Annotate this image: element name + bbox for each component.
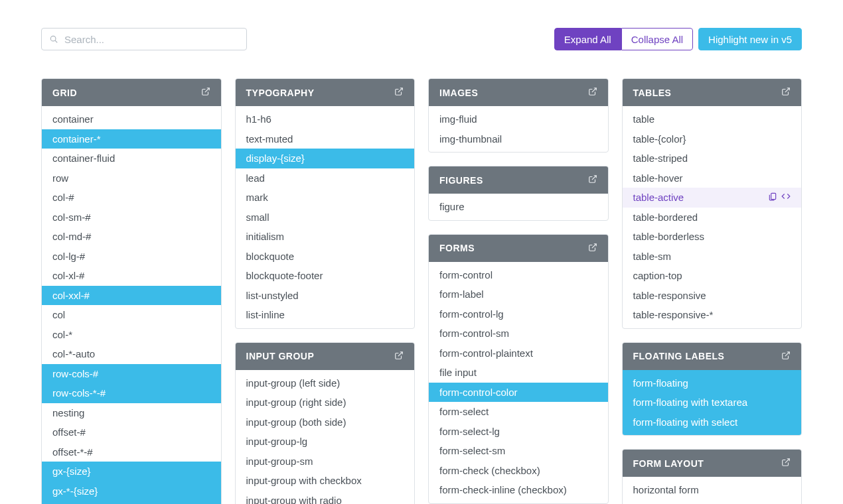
external-link-button[interactable]	[394, 351, 404, 362]
class-item[interactable]: input-group (both side)	[236, 412, 415, 432]
class-item[interactable]: blockquote-footer	[236, 266, 415, 286]
class-item[interactable]: list-inline	[236, 305, 415, 328]
class-item[interactable]: form-select-sm	[429, 441, 608, 461]
class-item[interactable]: gx-{size}	[42, 462, 221, 481]
class-item[interactable]: container-*	[42, 129, 221, 149]
external-link-button[interactable]	[781, 351, 791, 362]
external-link-button[interactable]	[394, 87, 404, 98]
class-item[interactable]: input-group (left side)	[236, 370, 415, 393]
card-header[interactable]: GRID	[42, 79, 221, 106]
card-header[interactable]: TYPOGRAPHY	[236, 79, 415, 106]
class-item[interactable]: container-fluid	[42, 149, 221, 168]
code-icon[interactable]	[781, 191, 791, 204]
class-item[interactable]: table-responsive	[623, 286, 802, 306]
class-item[interactable]: col	[42, 305, 221, 325]
class-item[interactable]: lead	[236, 168, 415, 188]
class-item[interactable]: table-bordered	[623, 208, 802, 227]
class-item-label: form-check-inline (checkbox)	[439, 483, 567, 497]
class-item[interactable]: initialism	[236, 227, 415, 247]
class-item[interactable]: table-active	[623, 188, 802, 208]
class-item[interactable]: small	[236, 208, 415, 227]
class-item[interactable]: input-group-sm	[236, 452, 415, 472]
class-list: input-group (left side)input-group (righ…	[236, 370, 415, 505]
class-item[interactable]: form-control	[429, 262, 608, 285]
class-item[interactable]: table-responsive-*	[623, 305, 802, 328]
class-item[interactable]: horizontal form	[623, 477, 802, 500]
class-item[interactable]: form-select-lg	[429, 422, 608, 442]
card-header[interactable]: TABLES	[623, 79, 802, 106]
card-header[interactable]: FORMS	[429, 235, 608, 262]
class-item[interactable]: table-{color}	[623, 129, 802, 149]
class-item[interactable]: input-group (right side)	[236, 393, 415, 412]
card-header[interactable]: INPUT GROUP	[236, 343, 415, 370]
class-item[interactable]: blockquote	[236, 247, 415, 267]
class-item[interactable]: form-label	[429, 284, 608, 304]
class-item[interactable]: col-xl-#	[42, 266, 221, 286]
class-item[interactable]: h1-h6	[236, 106, 415, 129]
class-item[interactable]: img-thumbnail	[429, 129, 608, 153]
copy-icon[interactable]	[768, 191, 777, 204]
class-item[interactable]: display-{size}	[236, 149, 415, 168]
expand-all-button[interactable]: Expand All	[554, 28, 621, 50]
class-item[interactable]: form-check (checkbox)	[429, 461, 608, 481]
external-link-button[interactable]	[781, 87, 791, 98]
class-item[interactable]: list-unstyled	[236, 286, 415, 306]
card-header[interactable]: IMAGES	[429, 79, 608, 106]
class-item[interactable]: img-fluid	[429, 106, 608, 129]
class-item-label: input-group-lg	[246, 435, 308, 448]
class-item[interactable]: form-control-color	[429, 383, 608, 403]
class-item[interactable]: figure	[429, 194, 608, 220]
collapse-all-button[interactable]: Collapse All	[621, 28, 693, 50]
external-link-button[interactable]	[588, 87, 597, 98]
class-item-label: col-xl-#	[52, 269, 84, 283]
external-link-button[interactable]	[588, 174, 597, 186]
class-item[interactable]: table-striped	[623, 149, 802, 168]
highlight-new-button[interactable]: Highlight new in v5	[698, 28, 802, 50]
class-item[interactable]: col-*-auto	[42, 344, 221, 364]
external-link-button[interactable]	[781, 458, 791, 469]
external-link-button[interactable]	[201, 87, 210, 98]
class-item[interactable]: table-sm	[623, 247, 802, 267]
class-item[interactable]: form-check-inline (checkbox)	[429, 480, 608, 503]
class-item[interactable]: col-lg-#	[42, 247, 221, 267]
card-title: FLOATING LABELS	[633, 351, 725, 361]
class-item[interactable]: col-sm-#	[42, 208, 221, 227]
external-link-button[interactable]	[588, 243, 597, 254]
class-item[interactable]: caption-top	[623, 266, 802, 286]
class-item[interactable]: col-#	[42, 188, 221, 208]
class-item[interactable]: input-group-lg	[236, 432, 415, 452]
class-item[interactable]: row-cols-*-#	[42, 383, 221, 403]
class-item[interactable]: offset-#	[42, 422, 221, 442]
class-item[interactable]: mark	[236, 188, 415, 208]
class-item[interactable]: table-borderless	[623, 227, 802, 247]
class-item[interactable]: input-group with radio	[236, 491, 415, 505]
class-item[interactable]: col-form-label-{size}	[623, 500, 802, 505]
class-item[interactable]: input-group with checkbox	[236, 471, 415, 491]
card-header[interactable]: FIGURES	[429, 166, 608, 194]
class-item[interactable]: form-control-plaintext	[429, 344, 608, 363]
class-item[interactable]: text-muted	[236, 129, 415, 149]
class-item[interactable]: col-xxl-#	[42, 286, 221, 306]
card-header[interactable]: FLOATING LABELS	[623, 343, 802, 370]
cheatsheet-card: TABLEStabletable-{color}table-stripedtab…	[622, 78, 803, 329]
class-item[interactable]: form-floating with textarea	[623, 393, 802, 412]
class-item[interactable]: col-*	[42, 325, 221, 345]
class-item[interactable]: row	[42, 168, 221, 188]
card-header[interactable]: FORM LAYOUT	[623, 450, 802, 477]
class-item[interactable]: form-control-sm	[429, 324, 608, 344]
class-item[interactable]: gx-*-{size}	[42, 481, 221, 501]
class-item[interactable]: form-control-lg	[429, 304, 608, 324]
class-item[interactable]: form-select	[429, 402, 608, 422]
class-item[interactable]: nesting	[42, 403, 221, 423]
class-item[interactable]: table	[623, 106, 802, 129]
class-item[interactable]: form-floating with select	[623, 412, 802, 436]
class-item[interactable]: table-hover	[623, 168, 802, 188]
class-item[interactable]: gy-{size}	[42, 501, 221, 504]
class-item[interactable]: form-floating	[623, 370, 802, 393]
class-item[interactable]: col-md-#	[42, 227, 221, 247]
class-item[interactable]: offset-*-#	[42, 442, 221, 462]
class-item[interactable]: container	[42, 106, 221, 129]
class-item[interactable]: row-cols-#	[42, 364, 221, 384]
class-item[interactable]: file input	[429, 363, 608, 383]
search-input[interactable]	[41, 28, 247, 50]
